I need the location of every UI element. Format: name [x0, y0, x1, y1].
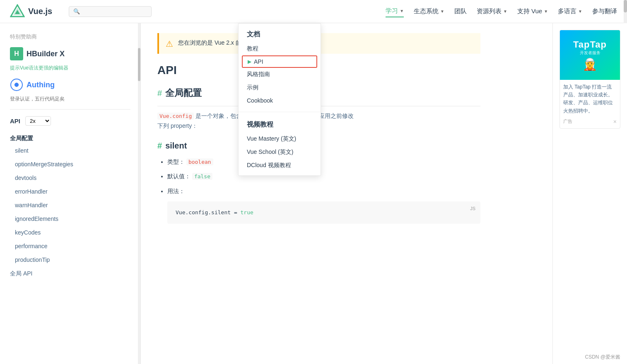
- api-version-row: API 2x 3x: [0, 111, 140, 131]
- ad-dev-label: 开发者服务: [573, 50, 607, 56]
- code-language-label: JS: [470, 205, 475, 213]
- ad-image: TapTap 开发者服务 🧝: [560, 30, 620, 80]
- ad-close-button[interactable]: ×: [613, 118, 617, 125]
- section-anchor-icon: #: [157, 89, 162, 98]
- nav-links: 学习 ▼ 生态系统 ▼ 团队 资源列表 ▼ 支持 Vue ▼ 多语言 ▼ 参与翻…: [386, 5, 617, 17]
- sidebar-scroll-thumb[interactable]: [138, 48, 140, 81]
- dropdown-section-title-docs: 文档: [239, 27, 321, 42]
- api-label: API: [10, 117, 20, 125]
- dropdown-section-videos: 视频教程 Vue Mastery (英文) Vue School (英文) DC…: [239, 114, 321, 175]
- silent-usage-item: 用法： JS Vue.config.silent = true: [167, 187, 480, 224]
- sidebar-item-warnhandler[interactable]: warnHandler: [0, 199, 140, 212]
- dropdown-item-examples[interactable]: 示例: [239, 81, 321, 94]
- sponsor-authing[interactable]: Authing: [0, 75, 140, 95]
- warning-icon: ⚠: [166, 39, 173, 49]
- type-value: boolean: [186, 158, 213, 165]
- sponsor-hbuilder[interactable]: H HBuilder X: [0, 44, 140, 64]
- sidebar-item-errorhandler[interactable]: errorHandler: [0, 185, 140, 199]
- nav-item-support[interactable]: 支持 Vue ▼: [517, 6, 548, 17]
- content-area: ⚠ 您在浏览的是 Vue 2.x 的文档。 v3.x 的文档 在这里 。 API…: [141, 23, 552, 364]
- nav-item-ecosystem[interactable]: 生态系统 ▼: [414, 6, 444, 17]
- search-input[interactable]: [82, 8, 147, 15]
- svg-point-4: [14, 83, 19, 87]
- sidebar-item-ignoredelements[interactable]: ignoredElements: [0, 212, 140, 226]
- sidebar-item-keycodes[interactable]: keyCodes: [0, 226, 140, 239]
- chevron-down-icon: ▼: [503, 9, 507, 14]
- sidebar-section-title-global-config: 全局配置: [0, 131, 140, 144]
- search-box[interactable]: 🔍: [69, 6, 152, 17]
- silent-hash: #: [157, 141, 162, 151]
- nav-item-language[interactable]: 多语言 ▼: [558, 6, 582, 17]
- ad-footer-label: 广告: [563, 118, 572, 125]
- right-ad-panel: TapTap 开发者服务 🧝 加入 TapTap 打造一流产品、加速职业成长。研…: [552, 23, 627, 364]
- chevron-down-icon: ▼: [440, 9, 444, 14]
- dropdown-section-title-videos: 视频教程: [239, 117, 321, 132]
- logo-text: Vue.js: [28, 7, 52, 16]
- chevron-down-icon: ▼: [400, 9, 404, 13]
- sidebar-scroll-track: [138, 23, 140, 364]
- sidebar-item-optionmerge[interactable]: optionMergeStrategies: [0, 158, 140, 171]
- dropdown-item-cookbook[interactable]: Cookbook: [239, 94, 321, 107]
- hbuilder-logo: H HBuilder X: [10, 47, 130, 60]
- dropdown-item-tutorial[interactable]: 教程: [239, 42, 321, 55]
- sidebar: 特别赞助商 H HBuilder X 提示Vue语法更强的编辑器 Authing…: [0, 23, 141, 364]
- dropdown-item-api[interactable]: ▶ API: [242, 55, 317, 68]
- usage-code-block: JS Vue.config.silent = true: [167, 201, 480, 224]
- sidebar-item-devtools[interactable]: devtools: [0, 171, 140, 185]
- search-icon: 🔍: [73, 8, 80, 14]
- authing-logo: Authing: [10, 78, 130, 91]
- sidebar-divider: [10, 109, 130, 110]
- nav-item-resources[interactable]: 资源列表 ▼: [477, 6, 507, 17]
- sidebar-link-global-api[interactable]: 全局 API: [0, 267, 140, 281]
- csdn-watermark: CSDN @爱米酱: [585, 354, 620, 361]
- ad-footer: 广告 ×: [560, 118, 620, 128]
- silent-default-item: 默认值： false: [167, 172, 480, 182]
- scrollbar-track: [624, 0, 627, 23]
- ad-character-icon: 🧝: [573, 57, 607, 71]
- ad-brand-text: TapTap: [573, 39, 607, 50]
- dropdown-item-style-guide[interactable]: 风格指南: [239, 68, 321, 81]
- version-select[interactable]: 2x 3x: [25, 116, 51, 126]
- dropdown-section-docs: 文档 教程 ▶ API 风格指南 示例 Cookbook: [239, 24, 321, 110]
- nav-item-translate[interactable]: 参与翻译: [592, 6, 617, 17]
- hbuilder-subtitle: 提示Vue语法更强的编辑器: [0, 64, 140, 75]
- sidebar-item-silent[interactable]: silent: [0, 144, 140, 158]
- chevron-down-icon: ▼: [578, 9, 582, 14]
- sidebar-item-performance[interactable]: performance: [0, 239, 140, 253]
- chevron-down-icon: ▼: [544, 9, 548, 14]
- dropdown-item-vue-school[interactable]: Vue School (英文): [239, 146, 321, 159]
- default-value: false: [192, 173, 212, 180]
- ad-image-content: TapTap 开发者服务 🧝: [573, 39, 607, 71]
- authing-subtitle: 登录认证，五行代码足矣: [0, 95, 140, 108]
- learn-dropdown: 文档 教程 ▶ API 风格指南 示例 Cookbook 视频教程 Vue Ma…: [238, 23, 321, 176]
- top-navigation: Vue.js 🔍 学习 ▼ 生态系统 ▼ 团队 资源列表 ▼ 支持 Vue ▼ …: [0, 0, 627, 23]
- sidebar-item-productiontip[interactable]: productionTip: [0, 253, 140, 267]
- vuejs-logo-icon: [10, 4, 25, 19]
- config-code-inline: Vue.config: [157, 113, 194, 120]
- scrollbar-thumb[interactable]: [624, 0, 627, 12]
- dropdown-item-dcloud[interactable]: DCloud 视频教程: [239, 159, 321, 172]
- dropdown-item-vue-mastery[interactable]: Vue Mastery (英文): [239, 132, 321, 146]
- section-global-config-heading: 全局配置: [165, 87, 202, 99]
- nav-item-team[interactable]: 团队: [454, 6, 467, 17]
- dropdown-divider: [239, 112, 321, 112]
- authing-logo-icon: [10, 78, 23, 91]
- nav-item-learn[interactable]: 学习 ▼: [386, 5, 404, 17]
- hbuilder-icon: H: [10, 47, 23, 60]
- ad-text: 加入 TapTap 打造一流产品、加速职业成长。研发、产品、运维职位火热招聘中。: [560, 80, 620, 118]
- silent-type-item: 类型： boolean: [167, 157, 480, 167]
- ad-card: TapTap 开发者服务 🧝 加入 TapTap 打造一流产品、加速职业成长。研…: [559, 30, 620, 129]
- sponsor-section-title: 特别赞助商: [0, 30, 140, 44]
- logo-link[interactable]: Vue.js: [10, 4, 52, 19]
- right-arrow-icon: ▶: [248, 59, 251, 65]
